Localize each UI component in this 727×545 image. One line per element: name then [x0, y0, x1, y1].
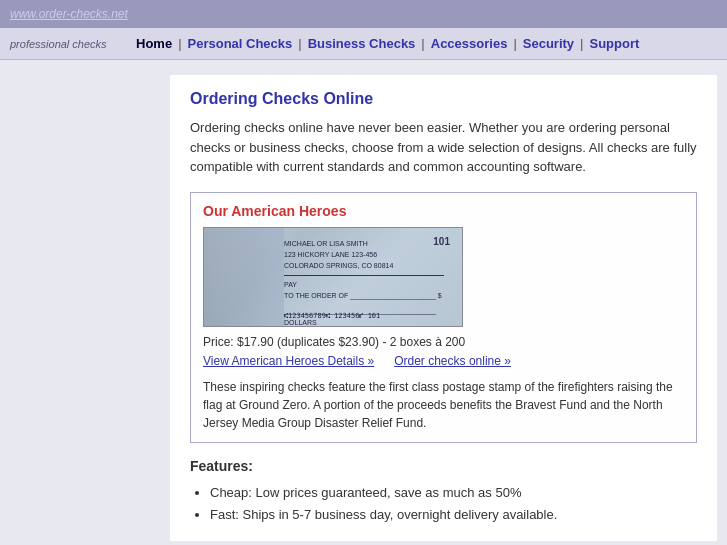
- feature-description: These inspiring checks feature the first…: [203, 378, 684, 432]
- nav-personal-checks[interactable]: Personal Checks: [182, 36, 299, 51]
- nav-support[interactable]: Support: [583, 36, 645, 51]
- nav-security[interactable]: Security: [517, 36, 580, 51]
- check-image: 101 MICHAEL OR LISA SMITH 123 HICKORY LA…: [203, 227, 463, 327]
- feature-item-fast: Fast: Ships in 5-7 business day, overnig…: [210, 504, 697, 526]
- feature-box: Our American Heroes 101 MICHAEL OR LISA …: [190, 192, 697, 443]
- features-section: Features: Cheap: Low prices guaranteed, …: [190, 458, 697, 526]
- pay-label: PAYTO THE ORDER OF _____________________…: [284, 279, 452, 301]
- left-sidebar: [10, 75, 170, 541]
- check-city: COLORADO SPRINGS, CO 80814: [284, 260, 452, 271]
- content-area: Ordering Checks Online Ordering checks o…: [170, 75, 717, 541]
- nav-accessories[interactable]: Accessories: [425, 36, 514, 51]
- check-address: 123 HICKORY LANE 123-456: [284, 249, 452, 260]
- view-details-link[interactable]: View American Heroes Details »: [203, 354, 374, 368]
- main-wrapper: Ordering Checks Online Ordering checks o…: [0, 60, 727, 545]
- nav-tagline: professional checks: [10, 38, 130, 50]
- nav-bar: professional checks Home | Personal Chec…: [0, 28, 727, 60]
- features-heading: Features:: [190, 458, 697, 474]
- features-list: Cheap: Low prices guaranteed, save as mu…: [210, 482, 697, 526]
- price-text: Price: $17.90 (duplicates $23.90) - 2 bo…: [203, 335, 684, 349]
- pay-line: [284, 275, 444, 276]
- feature-item-cheap: Cheap: Low prices guaranteed, save as mu…: [210, 482, 697, 504]
- feature-links: View American Heroes Details » Order che…: [203, 354, 684, 368]
- nav-home[interactable]: Home: [130, 36, 178, 51]
- site-url: www.order-checks.net: [10, 7, 128, 21]
- nav-business-checks[interactable]: Business Checks: [302, 36, 422, 51]
- header-bar: www.order-checks.net: [0, 0, 727, 28]
- check-micr: ⑆123456789⑆ 123456⑈ 101: [284, 312, 380, 320]
- nav-links: Home | Personal Checks | Business Checks…: [130, 36, 645, 51]
- page-heading: Ordering Checks Online: [190, 90, 697, 108]
- feature-title: Our American Heroes: [203, 203, 684, 219]
- check-name: MICHAEL OR LISA SMITH: [284, 238, 452, 249]
- order-online-link[interactable]: Order checks online »: [394, 354, 511, 368]
- intro-text: Ordering checks online have never been e…: [190, 118, 697, 177]
